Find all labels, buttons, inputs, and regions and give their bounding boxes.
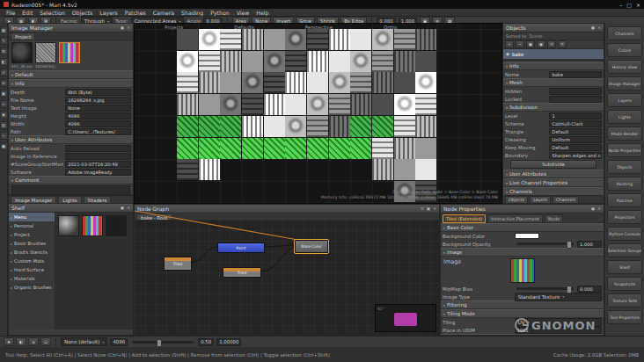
shelf-tree-item[interactable]: Custom Mats (9, 257, 55, 265)
shelf-header[interactable]: Shelf ▣× (9, 204, 133, 213)
texture-tile[interactable] (329, 138, 350, 159)
texture-tile[interactable] (307, 72, 328, 93)
texture-tile[interactable] (285, 116, 306, 137)
navigator-view-region[interactable] (394, 313, 417, 326)
texture-tile[interactable] (372, 72, 393, 93)
shelf-tree-item[interactable]: Basic Brushes (9, 239, 55, 248)
property-value[interactable]: 4096 (65, 112, 131, 119)
menu-item[interactable]: View (237, 10, 250, 16)
objects-header[interactable]: Objects ▣× (503, 24, 604, 33)
menu-item[interactable]: Help (256, 10, 268, 16)
property-value[interactable] (65, 145, 131, 152)
property-value[interactable]: 2021-03-07T16:20:49 (65, 161, 131, 168)
shelf-item-thumbnail[interactable] (106, 215, 127, 236)
menu-item[interactable]: Shading (181, 10, 203, 16)
menu-item[interactable]: File (6, 10, 15, 16)
property-value[interactable]: C:/Users/.../Textures/ (65, 128, 131, 135)
palette-tab[interactable]: Objects (607, 160, 642, 174)
texture-tile[interactable] (199, 29, 220, 50)
palette-tool-icon[interactable]: ≈ (0, 100, 8, 108)
palette-tab[interactable]: Shelf (607, 260, 642, 274)
image-thumbnail[interactable] (11, 42, 33, 63)
section-mesh[interactable]: Mesh (503, 78, 604, 87)
objects-toolbar-button[interactable]: ↺ (547, 40, 556, 48)
texture-tile[interactable] (372, 51, 393, 72)
bottom-toolbar-icon[interactable]: ◐ (16, 337, 26, 346)
footer-tab[interactable]: Layers (530, 196, 551, 204)
palette-tab[interactable]: Layers (607, 93, 642, 107)
texture-tile[interactable] (350, 51, 371, 72)
texture-tile[interactable] (415, 51, 436, 72)
texture-tile[interactable] (177, 116, 198, 137)
texture-tile[interactable] (264, 29, 285, 50)
object-list-item[interactable]: bake (503, 49, 604, 59)
palette-tab[interactable]: Modo Render (607, 127, 642, 141)
texture-tile[interactable] (415, 94, 436, 115)
texture-tile[interactable] (264, 72, 285, 93)
shelf-tree-item[interactable]: Personal (9, 221, 55, 230)
property-value[interactable]: 1 (549, 112, 602, 119)
menu-item[interactable]: Patches (125, 10, 146, 16)
property-value[interactable] (549, 88, 602, 95)
texture-tile[interactable] (199, 72, 220, 93)
palette-tab[interactable]: Selection Groups (607, 243, 642, 257)
tab-interactive-placement[interactable]: Interactive Placement (487, 214, 543, 223)
image-thumbnail-selected[interactable] (59, 42, 80, 63)
image-type-select[interactable]: Standard Texture (515, 293, 602, 301)
property-value[interactable]: bake (549, 71, 602, 78)
palette-tool-icon[interactable]: ▣ (0, 90, 8, 98)
mipmap-bias-slider[interactable] (516, 287, 574, 290)
texture-tile[interactable] (220, 94, 241, 115)
texture-tile[interactable] (394, 94, 415, 115)
texture-tile[interactable] (394, 116, 415, 137)
texture-tile[interactable] (264, 116, 285, 137)
panel-header-icon[interactable]: × (597, 206, 601, 211)
dock-tab[interactable]: Image Manager (11, 196, 56, 203)
udim-value[interactable]: 1001 (515, 327, 602, 334)
property-value[interactable]: 4096 (65, 120, 131, 127)
texture-tile[interactable] (177, 29, 198, 50)
palette-tab[interactable]: Patches (607, 193, 642, 207)
property-value[interactable]: 8bit (Byte) (65, 89, 131, 96)
menu-item[interactable]: Edit (22, 10, 33, 16)
texture-tile[interactable] (394, 29, 415, 50)
footer-tab[interactable]: Channels (553, 196, 579, 204)
palette-tool-icon[interactable]: ↺ (0, 69, 8, 76)
property-value[interactable] (549, 96, 602, 103)
image-manager-header[interactable]: Image Manager ▣× (9, 24, 133, 33)
section-tiling-mode[interactable]: Tiling Mode (441, 309, 604, 318)
shelf-tree-item[interactable]: Hard Surface (9, 265, 55, 274)
section-filtering[interactable]: Filtering (441, 300, 604, 309)
texture-tile[interactable] (264, 51, 285, 72)
palette-tab[interactable]: Painting (607, 177, 642, 191)
palette-tab[interactable]: Lights (607, 110, 642, 124)
objects-toolbar-button[interactable]: ◉ (537, 40, 545, 48)
texture-tile[interactable] (242, 94, 263, 115)
texture-tile[interactable] (220, 72, 241, 93)
texture-tile[interactable] (307, 51, 328, 72)
texture-tile[interactable] (220, 51, 241, 72)
tab-project[interactable]: Project (11, 33, 35, 40)
palette-tab[interactable]: Colors (607, 43, 642, 57)
buffer-size-field[interactable]: 4096 (110, 338, 128, 346)
texture-tile[interactable] (307, 94, 328, 115)
panel-header-icon[interactable]: ▣ (427, 206, 430, 211)
texture-tile[interactable] (177, 138, 198, 159)
palette-tab[interactable]: Python Console (607, 227, 642, 241)
mask-select[interactable]: None (default) (61, 337, 107, 346)
property-value[interactable]: 16266264_s.jpg (65, 97, 131, 104)
texture-tile[interactable] (415, 116, 436, 137)
texture-tile[interactable] (199, 51, 220, 72)
texture-tile[interactable] (242, 51, 263, 72)
texture-tile[interactable] (372, 116, 393, 137)
section-default[interactable]: Default (9, 70, 133, 79)
palette-tab[interactable]: Node Properties (607, 143, 642, 157)
slider-knob[interactable] (567, 286, 572, 293)
menu-item[interactable]: Selection (40, 10, 65, 16)
texture-tile[interactable] (350, 94, 371, 115)
shelf-tree-item[interactable]: Menu (9, 213, 55, 221)
texture-tile[interactable] (415, 29, 436, 50)
objects-toolbar-button[interactable]: ▣ (526, 40, 535, 48)
node-graph-header[interactable]: Node Graph ≡▣× (135, 205, 439, 214)
panel-header-icon[interactable]: ▣ (591, 25, 595, 30)
